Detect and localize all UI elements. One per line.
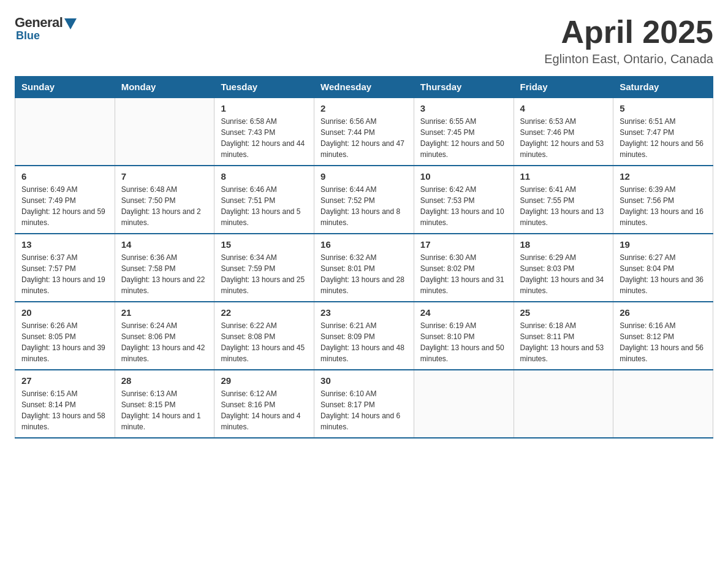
day-info: Sunrise: 6:44 AMSunset: 7:52 PMDaylight:… bbox=[320, 184, 408, 228]
calendar-cell: 21Sunrise: 6:24 AMSunset: 8:06 PMDayligh… bbox=[115, 302, 214, 370]
day-info: Sunrise: 6:26 AMSunset: 8:05 PMDaylight:… bbox=[21, 320, 108, 364]
day-number: 26 bbox=[620, 307, 707, 318]
calendar-cell: 16Sunrise: 6:32 AMSunset: 8:01 PMDayligh… bbox=[314, 234, 414, 302]
day-of-week-header: Sunday bbox=[15, 77, 115, 98]
logo-triangle-icon bbox=[64, 18, 77, 29]
day-of-week-header: Tuesday bbox=[214, 77, 314, 98]
calendar-week-row: 27Sunrise: 6:15 AMSunset: 8:14 PMDayligh… bbox=[15, 370, 713, 438]
day-number: 16 bbox=[320, 239, 408, 250]
day-of-week-header: Friday bbox=[514, 77, 613, 98]
day-info: Sunrise: 6:48 AMSunset: 7:50 PMDaylight:… bbox=[121, 184, 208, 228]
day-number: 9 bbox=[320, 171, 408, 182]
location-text: Eglinton East, Ontario, Canada bbox=[544, 52, 713, 66]
calendar-body: 1Sunrise: 6:58 AMSunset: 7:43 PMDaylight… bbox=[15, 98, 713, 438]
day-info: Sunrise: 6:37 AMSunset: 7:57 PMDaylight:… bbox=[21, 252, 108, 296]
day-info: Sunrise: 6:32 AMSunset: 8:01 PMDaylight:… bbox=[320, 252, 408, 296]
calendar-cell: 2Sunrise: 6:56 AMSunset: 7:44 PMDaylight… bbox=[314, 98, 414, 166]
calendar-cell: 26Sunrise: 6:16 AMSunset: 8:12 PMDayligh… bbox=[613, 302, 713, 370]
day-number: 8 bbox=[221, 171, 308, 182]
calendar-table: SundayMondayTuesdayWednesdayThursdayFrid… bbox=[15, 76, 713, 439]
day-number: 7 bbox=[121, 171, 208, 182]
day-of-week-header: Thursday bbox=[414, 77, 514, 98]
calendar-header: SundayMondayTuesdayWednesdayThursdayFrid… bbox=[15, 77, 713, 98]
day-number: 11 bbox=[520, 171, 607, 182]
calendar-cell: 17Sunrise: 6:30 AMSunset: 8:02 PMDayligh… bbox=[414, 234, 514, 302]
calendar-cell: 19Sunrise: 6:27 AMSunset: 8:04 PMDayligh… bbox=[613, 234, 713, 302]
calendar-cell: 6Sunrise: 6:49 AMSunset: 7:49 PMDaylight… bbox=[15, 166, 115, 234]
day-info: Sunrise: 6:22 AMSunset: 8:08 PMDaylight:… bbox=[221, 320, 308, 364]
calendar-cell bbox=[115, 98, 214, 166]
day-number: 18 bbox=[520, 239, 607, 250]
day-info: Sunrise: 6:46 AMSunset: 7:51 PMDaylight:… bbox=[221, 184, 308, 228]
day-of-week-header: Saturday bbox=[613, 77, 713, 98]
calendar-cell: 14Sunrise: 6:36 AMSunset: 7:58 PMDayligh… bbox=[115, 234, 214, 302]
logo: General Blue bbox=[15, 15, 77, 42]
day-number: 23 bbox=[320, 307, 408, 318]
calendar-cell: 27Sunrise: 6:15 AMSunset: 8:14 PMDayligh… bbox=[15, 370, 115, 438]
day-number: 6 bbox=[21, 171, 108, 182]
calendar-cell: 4Sunrise: 6:53 AMSunset: 7:46 PMDaylight… bbox=[514, 98, 613, 166]
calendar-cell: 23Sunrise: 6:21 AMSunset: 8:09 PMDayligh… bbox=[314, 302, 414, 370]
day-number: 2 bbox=[320, 103, 408, 113]
calendar-cell: 22Sunrise: 6:22 AMSunset: 8:08 PMDayligh… bbox=[214, 302, 314, 370]
day-number: 21 bbox=[121, 307, 208, 318]
day-number: 1 bbox=[221, 103, 308, 113]
day-info: Sunrise: 6:15 AMSunset: 8:14 PMDaylight:… bbox=[21, 388, 108, 432]
days-of-week-row: SundayMondayTuesdayWednesdayThursdayFrid… bbox=[15, 77, 713, 98]
calendar-cell: 28Sunrise: 6:13 AMSunset: 8:15 PMDayligh… bbox=[115, 370, 214, 438]
day-info: Sunrise: 6:36 AMSunset: 7:58 PMDaylight:… bbox=[121, 252, 208, 296]
day-number: 27 bbox=[21, 375, 108, 386]
calendar-cell: 15Sunrise: 6:34 AMSunset: 7:59 PMDayligh… bbox=[214, 234, 314, 302]
calendar-week-row: 20Sunrise: 6:26 AMSunset: 8:05 PMDayligh… bbox=[15, 302, 713, 370]
calendar-cell: 30Sunrise: 6:10 AMSunset: 8:17 PMDayligh… bbox=[314, 370, 414, 438]
calendar-cell: 29Sunrise: 6:12 AMSunset: 8:16 PMDayligh… bbox=[214, 370, 314, 438]
calendar-cell: 7Sunrise: 6:48 AMSunset: 7:50 PMDaylight… bbox=[115, 166, 214, 234]
day-info: Sunrise: 6:30 AMSunset: 8:02 PMDaylight:… bbox=[420, 252, 507, 296]
day-info: Sunrise: 6:39 AMSunset: 7:56 PMDaylight:… bbox=[620, 184, 707, 228]
calendar-cell: 13Sunrise: 6:37 AMSunset: 7:57 PMDayligh… bbox=[15, 234, 115, 302]
day-info: Sunrise: 6:27 AMSunset: 8:04 PMDaylight:… bbox=[620, 252, 707, 296]
day-number: 19 bbox=[620, 239, 707, 250]
calendar-cell: 8Sunrise: 6:46 AMSunset: 7:51 PMDaylight… bbox=[214, 166, 314, 234]
calendar-cell bbox=[514, 370, 613, 438]
calendar-cell: 24Sunrise: 6:19 AMSunset: 8:10 PMDayligh… bbox=[414, 302, 514, 370]
day-info: Sunrise: 6:10 AMSunset: 8:17 PMDaylight:… bbox=[320, 388, 408, 432]
day-number: 22 bbox=[221, 307, 308, 318]
day-info: Sunrise: 6:58 AMSunset: 7:43 PMDaylight:… bbox=[221, 116, 308, 160]
day-number: 29 bbox=[221, 375, 308, 386]
day-number: 10 bbox=[420, 171, 507, 182]
calendar-cell: 10Sunrise: 6:42 AMSunset: 7:53 PMDayligh… bbox=[414, 166, 514, 234]
day-info: Sunrise: 6:18 AMSunset: 8:11 PMDaylight:… bbox=[520, 320, 607, 364]
calendar-cell: 18Sunrise: 6:29 AMSunset: 8:03 PMDayligh… bbox=[514, 234, 613, 302]
logo-blue-text: Blue bbox=[15, 29, 40, 42]
day-info: Sunrise: 6:42 AMSunset: 7:53 PMDaylight:… bbox=[420, 184, 507, 228]
day-number: 24 bbox=[420, 307, 507, 318]
day-info: Sunrise: 6:12 AMSunset: 8:16 PMDaylight:… bbox=[221, 388, 308, 432]
day-info: Sunrise: 6:21 AMSunset: 8:09 PMDaylight:… bbox=[320, 320, 408, 364]
calendar-week-row: 13Sunrise: 6:37 AMSunset: 7:57 PMDayligh… bbox=[15, 234, 713, 302]
day-info: Sunrise: 6:16 AMSunset: 8:12 PMDaylight:… bbox=[620, 320, 707, 364]
day-info: Sunrise: 6:51 AMSunset: 7:47 PMDaylight:… bbox=[620, 116, 707, 160]
day-number: 20 bbox=[21, 307, 108, 318]
day-info: Sunrise: 6:24 AMSunset: 8:06 PMDaylight:… bbox=[121, 320, 208, 364]
calendar-cell bbox=[613, 370, 713, 438]
day-number: 13 bbox=[21, 239, 108, 250]
title-section: April 2025 Eglinton East, Ontario, Canad… bbox=[544, 15, 713, 66]
day-number: 12 bbox=[620, 171, 707, 182]
calendar-cell: 9Sunrise: 6:44 AMSunset: 7:52 PMDaylight… bbox=[314, 166, 414, 234]
day-number: 14 bbox=[121, 239, 208, 250]
logo-general-text: General bbox=[15, 15, 63, 31]
page-header: General Blue April 2025 Eglinton East, O… bbox=[15, 15, 713, 66]
day-number: 30 bbox=[320, 375, 408, 386]
day-info: Sunrise: 6:55 AMSunset: 7:45 PMDaylight:… bbox=[420, 116, 507, 160]
calendar-cell bbox=[15, 98, 115, 166]
day-number: 17 bbox=[420, 239, 507, 250]
day-of-week-header: Monday bbox=[115, 77, 214, 98]
calendar-cell: 25Sunrise: 6:18 AMSunset: 8:11 PMDayligh… bbox=[514, 302, 613, 370]
day-number: 5 bbox=[620, 103, 707, 113]
calendar-cell bbox=[414, 370, 514, 438]
day-info: Sunrise: 6:19 AMSunset: 8:10 PMDaylight:… bbox=[420, 320, 507, 364]
day-number: 15 bbox=[221, 239, 308, 250]
calendar-cell: 11Sunrise: 6:41 AMSunset: 7:55 PMDayligh… bbox=[514, 166, 613, 234]
day-info: Sunrise: 6:41 AMSunset: 7:55 PMDaylight:… bbox=[520, 184, 607, 228]
